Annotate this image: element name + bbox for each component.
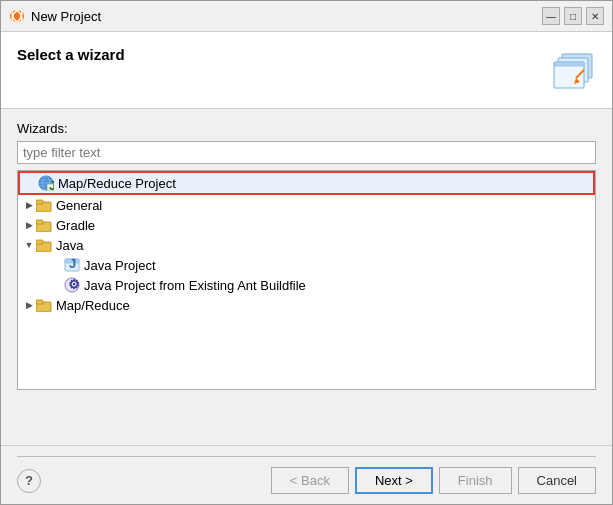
cancel-button[interactable]: Cancel [518, 467, 596, 494]
general-label: General [56, 198, 102, 213]
minimize-button[interactable]: — [542, 7, 560, 25]
wizards-label: Wizards: [17, 121, 596, 136]
tree-item-gradle[interactable]: ▶ Gradle [18, 215, 595, 235]
svg-rect-17 [36, 200, 43, 204]
next-button[interactable]: Next > [355, 467, 433, 494]
wizard-tree[interactable]: J Map/Reduce Project ▶ General ▶ [17, 170, 596, 390]
window-title: New Project [31, 9, 101, 24]
tree-item-general[interactable]: ▶ General [18, 195, 595, 215]
expand-arrow-gradle: ▶ [22, 218, 36, 232]
expand-arrow-general: ▶ [22, 198, 36, 212]
content-area: Wizards: J [1, 109, 612, 445]
mapreduce-project-icon: J [38, 175, 54, 191]
java-label: Java [56, 238, 83, 253]
new-project-dialog: New Project — □ ✕ Select a wizard Wizard… [0, 0, 613, 505]
svg-rect-6 [554, 62, 584, 66]
header-section: Select a wizard [1, 32, 612, 109]
maximize-button[interactable]: □ [564, 7, 582, 25]
java-project-ant-label: Java Project from Existing Ant Buildfile [84, 278, 306, 293]
expand-arrow-java: ▼ [22, 238, 36, 252]
back-button[interactable]: < Back [271, 467, 349, 494]
java-project-icon: J [64, 257, 80, 273]
java-project-ant-icon: ⚙ [64, 277, 80, 293]
svg-rect-19 [36, 220, 43, 224]
mapreduce-folder-icon [36, 297, 52, 313]
tree-item-java[interactable]: ▼ Java [18, 235, 595, 255]
wizard-header-icon [544, 46, 596, 94]
close-button[interactable]: ✕ [586, 7, 604, 25]
general-folder-icon [36, 197, 52, 213]
java-folder-icon [36, 237, 52, 253]
gradle-folder-icon [36, 217, 52, 233]
gradle-label: Gradle [56, 218, 95, 233]
tree-item-mapreduce-project[interactable]: J Map/Reduce Project [18, 171, 595, 195]
window-controls: — □ ✕ [542, 7, 604, 25]
expand-arrow-java-project [50, 258, 64, 272]
help-button[interactable]: ? [17, 469, 41, 493]
title-bar-left: New Project [9, 8, 101, 24]
tree-item-java-project-ant[interactable]: ⚙ Java Project from Existing Ant Buildfi… [18, 275, 595, 295]
svg-rect-21 [36, 240, 43, 244]
svg-rect-28 [36, 300, 43, 304]
java-project-label: Java Project [84, 258, 156, 273]
tree-item-java-project[interactable]: J Java Project [18, 255, 595, 275]
svg-text:J: J [69, 257, 76, 271]
finish-button[interactable]: Finish [439, 467, 512, 494]
nav-buttons: < Back Next > Finish Cancel [271, 467, 596, 494]
expand-arrow-mapreduce-project [24, 176, 38, 190]
expand-arrow-mapreduce-folder: ▶ [22, 298, 36, 312]
separator [17, 456, 596, 457]
footer-area: ? < Back Next > Finish Cancel [1, 445, 612, 504]
button-row: ? < Back Next > Finish Cancel [17, 467, 596, 494]
app-icon [9, 8, 25, 24]
tree-item-mapreduce-folder[interactable]: ▶ Map/Reduce [18, 295, 595, 315]
svg-text:J: J [49, 178, 54, 191]
expand-arrow-java-project-ant [50, 278, 64, 292]
mapreduce-folder-label: Map/Reduce [56, 298, 130, 313]
svg-text:⚙: ⚙ [68, 277, 80, 292]
mapreduce-project-label: Map/Reduce Project [58, 176, 176, 191]
title-bar: New Project — □ ✕ [1, 1, 612, 32]
wizard-filter-input[interactable] [17, 141, 596, 164]
page-title: Select a wizard [17, 46, 125, 63]
